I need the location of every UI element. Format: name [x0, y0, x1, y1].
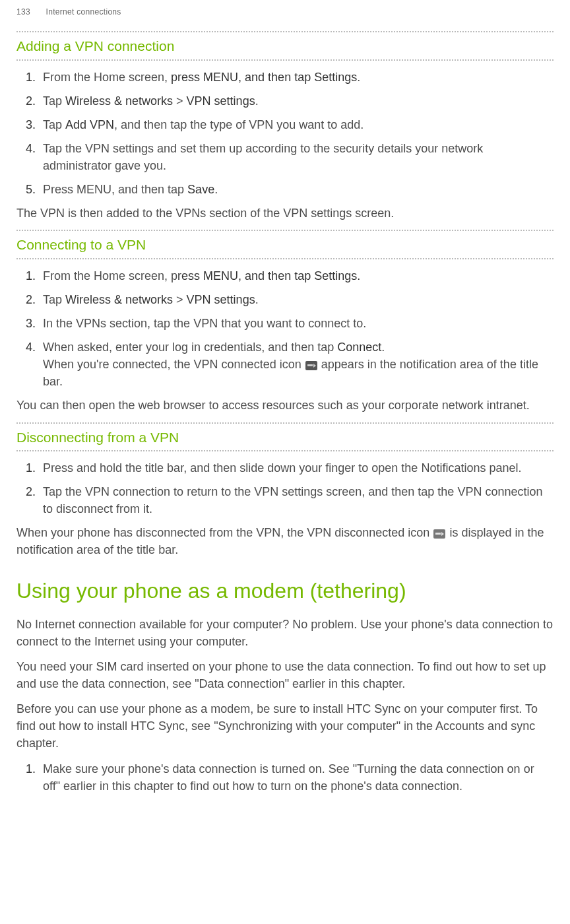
text-strong: Add VPN: [65, 118, 114, 131]
text: .: [357, 71, 360, 84]
page-header: 133 Internet connections: [16, 7, 554, 18]
text: Make sure your phone's data connection i…: [43, 762, 534, 793]
text: When asked, enter your log in credential…: [43, 341, 337, 354]
running-title: Internet connections: [46, 7, 121, 16]
paragraph: You need your SIM card inserted on your …: [16, 658, 554, 692]
list-connecting-vpn: From the Home screen, press MENU, and th…: [16, 267, 554, 391]
heading-adding-vpn: Adding a VPN connection: [16, 31, 554, 60]
paragraph: You can then open the web browser to acc…: [16, 397, 554, 414]
text: Press and hold the title bar, and then s…: [43, 461, 521, 475]
text-strong: Wireless & networks: [65, 94, 173, 108]
text: Tap: [43, 293, 65, 306]
list-item: Press MENU, and then tap Save.: [43, 181, 554, 198]
text: .: [255, 94, 259, 108]
heading-tethering: Using your phone as a modem (tethering): [16, 578, 554, 603]
text: .: [255, 293, 259, 306]
list-adding-vpn: From the Home screen, press MENU, and th…: [16, 69, 554, 199]
text: >: [173, 94, 187, 108]
text: Tap: [43, 118, 65, 131]
list-item: From the Home screen, press MENU, and th…: [43, 267, 554, 284]
paragraph: No Internet connection available for you…: [16, 616, 554, 650]
list-item: Press and hold the title bar, and then s…: [43, 459, 554, 477]
list-item: Tap the VPN settings and set them up acc…: [43, 140, 554, 174]
list-item: Tap Add VPN, and then tap the type of VP…: [43, 116, 554, 133]
text-strong: Connect: [337, 341, 381, 354]
list-item: When asked, enter your log in credential…: [43, 339, 554, 390]
text: Tap: [43, 94, 65, 108]
list-tethering: Make sure your phone's data connection i…: [16, 760, 554, 795]
list-item: From the Home screen, press MENU, and th…: [43, 69, 554, 86]
text: In the VPNs section, tap the VPN that yo…: [43, 317, 366, 330]
list-item: Tap the VPN connection to return to the …: [43, 483, 554, 517]
text: .: [214, 183, 218, 196]
paragraph: When your phone has disconnected from th…: [16, 524, 554, 558]
text: From the Home screen,: [43, 71, 171, 84]
list-item: In the VPNs section, tap the VPN that yo…: [43, 315, 554, 332]
heading-connecting-vpn: Connecting to a VPN: [16, 230, 554, 259]
text: When your phone has disconnected from th…: [16, 526, 433, 539]
paragraph: Before you can use your phone as a modem…: [16, 700, 554, 752]
vpn-disconnected-icon: [433, 529, 445, 539]
list-disconnecting-vpn: Press and hold the title bar, and then s…: [16, 459, 554, 517]
paragraph: The VPN is then added to the VPNs sectio…: [16, 205, 554, 222]
text: When you're connected, the VPN connected…: [43, 358, 305, 371]
text: Press MENU, and then tap: [43, 183, 187, 196]
text-strong: VPN settings: [187, 94, 255, 108]
text-strong: VPN settings: [187, 293, 255, 306]
text-strong: Wireless & networks: [65, 293, 173, 306]
text: >: [173, 293, 187, 306]
list-item: Tap Wireless & networks > VPN settings.: [43, 92, 554, 110]
text: Tap the VPN connection to return to the …: [43, 485, 542, 515]
text-strong: Save: [187, 183, 214, 196]
list-item: Make sure your phone's data connection i…: [43, 760, 554, 795]
text: .: [381, 341, 385, 354]
text: Tap the VPN settings and set them up acc…: [43, 142, 483, 172]
text-strong: press MENU, and then tap Settings: [171, 71, 357, 84]
heading-disconnecting-vpn: Disconnecting from a VPN: [16, 422, 554, 451]
text: From the Home screen, p: [43, 269, 177, 282]
list-item: Tap Wireless & networks > VPN settings.: [43, 291, 554, 308]
text: , and then tap the type of VPN you want …: [114, 118, 364, 131]
page-number: 133: [16, 7, 30, 16]
vpn-connected-icon: [305, 361, 317, 370]
text-strong: ress MENU, and then tap Settings.: [177, 269, 360, 282]
